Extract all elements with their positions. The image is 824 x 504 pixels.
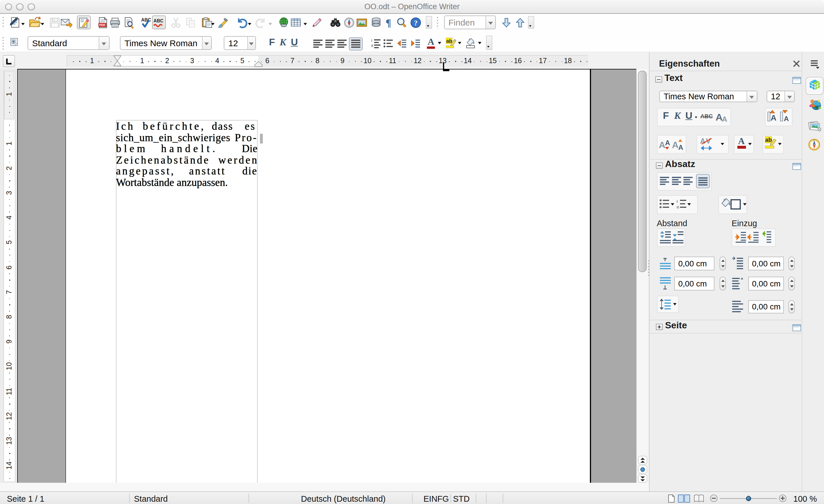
svg-text:ab: ab	[446, 38, 452, 43]
svg-text:?: ?	[414, 19, 418, 27]
svg-text:I: I	[676, 199, 678, 203]
svg-text:¶: ¶	[386, 17, 391, 29]
svg-text:A: A	[678, 143, 683, 151]
svg-text:II: II	[371, 44, 373, 48]
svg-text:A: A	[665, 139, 670, 147]
svg-text:A: A	[770, 113, 776, 122]
svg-text:A: A	[658, 140, 665, 150]
svg-text:I: I	[371, 39, 372, 43]
svg-text:A: A	[722, 115, 727, 123]
svg-text:ABC: ABC	[153, 18, 164, 23]
svg-text:A: A	[672, 140, 678, 150]
svg-text:II: II	[676, 205, 679, 209]
svg-text:ab: ab	[765, 137, 771, 143]
svg-text:ABC: ABC	[141, 17, 151, 22]
svg-text:PDF: PDF	[99, 23, 106, 27]
svg-text:A: A	[784, 115, 789, 122]
svg-text:A: A	[715, 112, 722, 122]
svg-text:N: N	[813, 139, 815, 141]
